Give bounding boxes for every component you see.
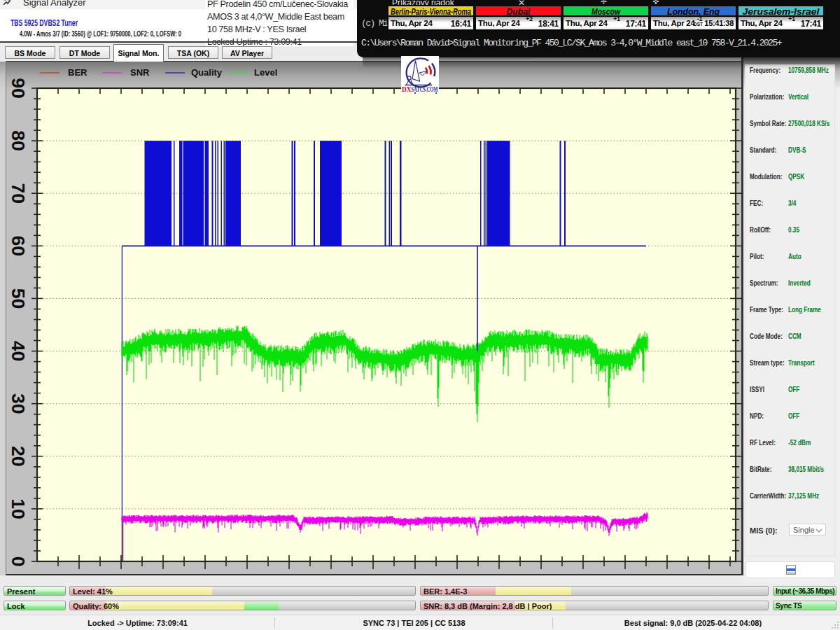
svg-text:Berlin-Paris-Vienna-Roma: Berlin-Paris-Vienna-Roma <box>391 7 471 17</box>
svg-text:10: 10 <box>8 498 29 519</box>
svg-text:60: 60 <box>8 236 29 256</box>
svg-text:0: 0 <box>8 556 29 567</box>
svg-text:SATCS.COM: SATCS.COM <box>412 85 438 93</box>
svg-text:London, Eng: London, Eng <box>667 7 720 17</box>
svg-text:50: 50 <box>8 288 29 309</box>
svg-text:30: 30 <box>8 393 29 414</box>
svg-text:20: 20 <box>8 446 29 466</box>
svg-text:90: 90 <box>8 78 29 98</box>
svg-text:40: 40 <box>8 341 29 361</box>
svg-text:Jerusalem-Israel: Jerusalem-Israel <box>743 7 820 17</box>
svg-text:70: 70 <box>8 183 29 203</box>
svg-text:DX: DX <box>402 85 412 93</box>
svg-text:80: 80 <box>8 130 29 150</box>
